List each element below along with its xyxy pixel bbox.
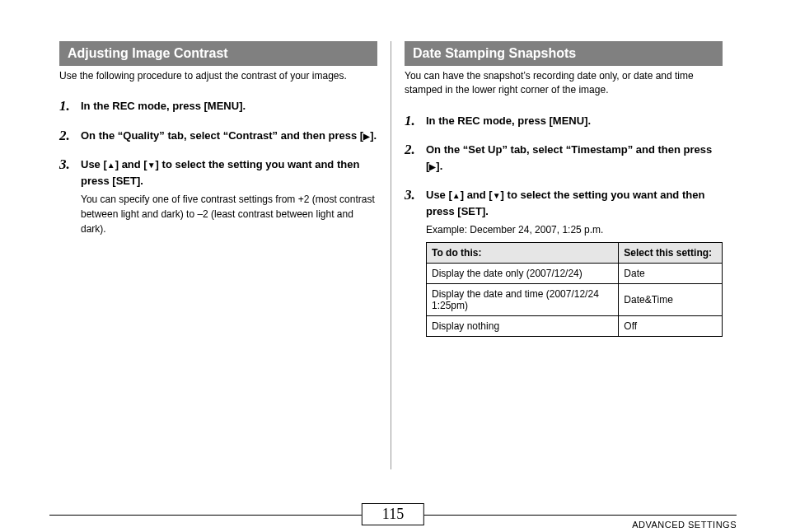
table-header-row: To do this: Select this setting: xyxy=(427,243,723,264)
step-text: On the “Quality” tab, select “Contrast” … xyxy=(81,129,377,142)
table-cell: Display the date only (2007/12/24) xyxy=(427,264,619,284)
triangle-down-icon xyxy=(493,189,501,201)
right-steps-list: In the REC mode, press [MENU]. On the “S… xyxy=(405,113,723,338)
step-text-part: ] and [ xyxy=(115,158,147,170)
triangle-down-icon xyxy=(147,158,156,170)
step-text: In the REC mode, press [MENU]. xyxy=(81,100,246,112)
page-number: 115 xyxy=(362,503,424,525)
table-row: Display the date only (2007/12/24) Date xyxy=(427,264,723,284)
table-cell: Display nothing xyxy=(427,316,619,337)
triangle-up-icon xyxy=(107,158,115,170)
step-text: In the REC mode, press [MENU]. xyxy=(426,114,591,127)
step-text-part: Use [ xyxy=(81,158,107,170)
step-text: Use [] and [] to select the setting you … xyxy=(81,158,359,187)
column-divider xyxy=(391,41,391,469)
step-text-part: ]. xyxy=(370,129,377,142)
triangle-right-icon xyxy=(363,129,370,142)
step-text-part: On the “Quality” tab, select “Contrast” … xyxy=(81,129,363,142)
triangle-up-icon xyxy=(452,189,461,201)
page-footer: 115 ADVANCED SETTINGS xyxy=(49,515,737,516)
step-subtext: Example: December 24, 2007, 1:25 p.m. xyxy=(426,222,723,237)
left-step-2: On the “Quality” tab, select “Contrast” … xyxy=(59,128,377,144)
right-step-2: On the “Set Up” tab, select “Timestamp” … xyxy=(405,142,723,174)
settings-table: To do this: Select this setting: Display… xyxy=(426,242,723,337)
step-text-part: ]. xyxy=(436,160,442,172)
right-step-1: In the REC mode, press [MENU]. xyxy=(405,113,723,129)
footer-section-label: ADVANCED SETTINGS xyxy=(632,520,737,530)
left-column: Adjusting Image Contrast Use the followi… xyxy=(49,41,387,469)
step-text-part: On the “Set Up” tab, select “Timestamp” … xyxy=(426,143,712,172)
left-step-3: Use [] and [] to select the setting you … xyxy=(59,156,377,236)
table-cell: Display the date and time (2007/12/24 1:… xyxy=(427,284,619,316)
table-cell: Off xyxy=(619,316,723,337)
left-heading: Adjusting Image Contrast xyxy=(59,41,377,66)
table-header-cell: Select this setting: xyxy=(619,243,723,264)
right-intro-text: You can have the snapshot’s recording da… xyxy=(405,69,723,98)
right-column: Date Stamping Snapshots You can have the… xyxy=(395,41,732,469)
table-cell: Date xyxy=(619,264,723,284)
step-text-part: ] and [ xyxy=(461,189,493,201)
table-header-cell: To do this: xyxy=(427,243,619,264)
right-heading: Date Stamping Snapshots xyxy=(405,41,723,66)
step-text: Use [] and [] to select the setting you … xyxy=(426,189,704,217)
step-subtext: You can specify one of five contrast set… xyxy=(81,192,377,236)
page-content: Adjusting Image Contrast Use the followi… xyxy=(0,0,786,469)
left-intro-text: Use the following procedure to adjust th… xyxy=(59,69,377,83)
left-steps-list: In the REC mode, press [MENU]. On the “Q… xyxy=(59,98,377,236)
right-step-3: Use [] and [] to select the setting you … xyxy=(405,187,723,337)
step-text-part: Use [ xyxy=(426,189,452,201)
table-cell: Date&Time xyxy=(619,284,723,316)
left-step-1: In the REC mode, press [MENU]. xyxy=(59,98,377,114)
table-row: Display the date and time (2007/12/24 1:… xyxy=(427,284,723,316)
table-row: Display nothing Off xyxy=(427,316,723,337)
step-text: On the “Set Up” tab, select “Timestamp” … xyxy=(426,143,712,172)
